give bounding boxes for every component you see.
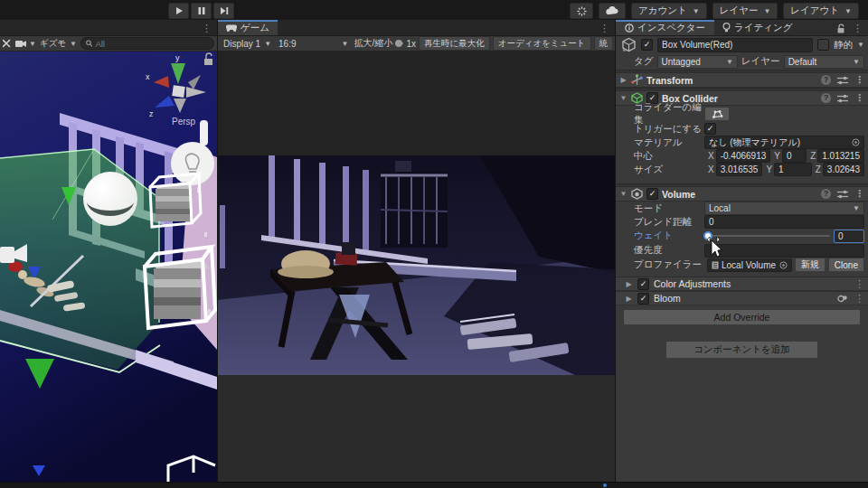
cloud-services-button[interactable] [599,3,626,19]
progress-activity-button[interactable] [570,3,593,19]
foldout-icon[interactable]: ▶ [625,295,633,303]
static-dropdown-icon[interactable]: ▼ [857,41,864,49]
priority-field[interactable] [704,244,864,258]
mode-dropdown[interactable]: Local ▼ [704,202,864,215]
shading-tool-button[interactable] [3,39,12,48]
step-button[interactable] [213,3,234,19]
scene-panel: ⋮ ▼ ギズモ ▼ [0,20,217,482]
playmode-controls [168,3,234,19]
bloom-header[interactable]: ▶ ✓ Bloom ⋮ [616,291,868,305]
stats-toggle[interactable]: 統 [594,36,614,51]
color-adjustments-checkbox[interactable]: ✓ [637,278,649,290]
game-menu-icon[interactable]: ⋮ [599,23,609,33]
layout-dropdown[interactable]: レイアウト ▼ [783,3,859,19]
scene-viewport[interactable]: y x z Persp [0,52,217,482]
play-button[interactable] [168,3,189,19]
scale-slider[interactable] [395,42,403,44]
bloom-checkbox[interactable]: ✓ [637,293,649,305]
scene-search-input[interactable] [95,39,209,49]
weight-row: ウェイト 0 [616,229,868,243]
foldout-icon[interactable]: ▶ [625,280,633,288]
transform-title: Transform [646,75,693,86]
display-dropdown[interactable]: Display 1 ▼ [220,37,275,51]
game-letterbox-top [218,52,615,155]
size-x-field[interactable]: 3.016535 [716,163,763,176]
gameobject-name-field[interactable]: Box Volume(Red) [657,38,813,52]
game-toolbar: Display 1 ▼ 16:9 ▼ 拡大/縮小 1x 再生時に最大化 オーディ… [218,36,615,52]
blend-distance-field[interactable]: 0 [704,215,864,229]
help-icon[interactable]: ? [821,189,831,199]
profile-clone-button[interactable]: Clone [828,258,864,272]
scale-label: 拡大/縮小 [354,37,392,50]
mute-audio-toggle[interactable]: オーディオをミュート [493,36,591,51]
pause-icon [197,6,206,15]
scale-value: 1x [406,39,416,49]
maximize-label: 再生時に最大化 [424,38,485,50]
unlock-icon[interactable] [836,23,845,33]
chevron-down-icon: ▼ [844,7,852,15]
scene-search-box[interactable] [80,37,214,50]
presets-icon[interactable] [837,94,848,103]
weight-slider[interactable] [704,235,830,237]
add-override-button[interactable]: Add Override [623,309,861,325]
gameobject-cube-icon[interactable] [621,37,637,52]
object-picker-icon[interactable] [779,261,788,269]
transform-header[interactable]: ▶ Transform ? ⋮ [616,72,868,88]
scene-camera-dropdown[interactable]: ▼ [15,40,36,48]
component-menu-icon[interactable]: ⋮ [854,93,864,103]
volume-header[interactable]: ▼ ✓ Volume ? ⋮ [616,186,868,202]
scale-slider-knob[interactable] [395,40,402,47]
play-icon [175,6,184,15]
override-state-icon[interactable] [837,295,848,303]
profile-new-button[interactable]: 新規 [795,258,826,272]
chevron-down-icon: ▼ [264,40,271,48]
object-picker-icon[interactable] [852,138,860,146]
material-object-field[interactable]: なし (物理マテリアル) [704,136,864,149]
foldout-icon[interactable]: ▶ [619,76,627,84]
tab-game[interactable]: ゲーム [218,20,278,35]
help-icon[interactable]: ? [821,75,831,85]
presets-icon[interactable] [837,190,848,199]
weight-slider-knob[interactable] [703,231,712,240]
center-x-field[interactable]: -0.4066913 [716,149,771,163]
info-icon [625,23,634,33]
is-trigger-checkbox[interactable]: ✓ [704,123,716,135]
color-adjustments-header[interactable]: ▶ ✓ Color Adjustments ⋮ [616,277,868,291]
weight-value-field[interactable]: 0 [834,230,864,243]
center-z-field[interactable]: 1.013215 [817,149,864,163]
tag-dropdown[interactable]: Untagged ▼ [657,55,738,69]
inspector-menu-icon[interactable]: ⋮ [853,23,863,33]
profile-object-field[interactable]: Local Volume Profi [707,258,792,272]
volume-enabled-checkbox[interactable]: ✓ [646,188,658,200]
component-menu-icon[interactable]: ⋮ [854,189,864,199]
game-viewport[interactable] [218,155,615,375]
is-trigger-label: トリガーにする [621,123,704,136]
account-dropdown[interactable]: アカウント ▼ [631,3,707,19]
mode-label: モード [621,202,704,215]
lighting-tab-label: ライティング [734,22,792,34]
scene-menu-icon[interactable]: ⋮ [202,23,212,33]
axis-x-label: x [146,72,150,81]
layers-dropdown[interactable]: レイヤー ▼ [712,3,778,19]
tab-inspector[interactable]: インスペクター [616,20,714,35]
presets-icon[interactable] [837,76,848,85]
pause-button[interactable] [191,3,212,19]
override-menu-icon[interactable]: ⋮ [854,279,864,289]
tab-lighting[interactable]: ライティング [714,20,800,35]
gameobject-active-checkbox[interactable]: ✓ [641,39,653,51]
aspect-dropdown[interactable]: 16:9 ▼ [275,37,352,51]
size-z-field[interactable]: 3.02643 [823,163,864,176]
add-component-button[interactable]: コンポーネントを追加 [665,341,818,359]
static-checkbox[interactable] [817,39,829,51]
size-y-field[interactable]: 1 [774,163,812,176]
persp-label[interactable]: Persp [172,117,196,127]
component-menu-icon[interactable]: ⋮ [854,75,864,85]
edit-collider-button[interactable] [704,107,730,121]
help-icon[interactable]: ? [821,93,831,103]
layer-dropdown[interactable]: Default ▼ [784,55,864,69]
gizmos-dropdown[interactable]: ギズモ ▼ [40,38,77,50]
maximize-on-play-toggle[interactable]: 再生時に最大化 [419,36,490,51]
center-y-field[interactable]: 0 [782,149,807,163]
foldout-icon[interactable]: ▼ [619,190,627,198]
override-menu-icon[interactable]: ⋮ [854,294,864,304]
